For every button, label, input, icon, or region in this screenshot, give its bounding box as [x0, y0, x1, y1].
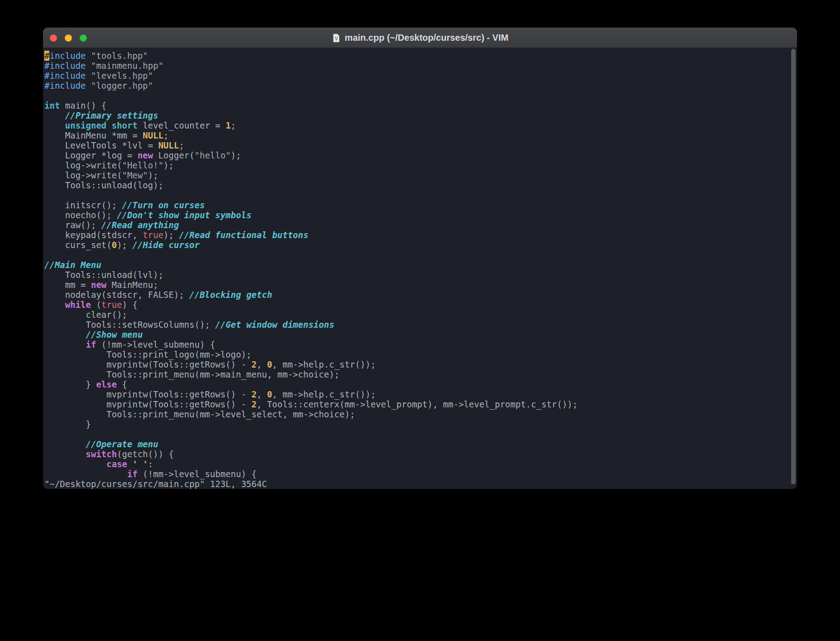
- code-token: #include: [44, 71, 86, 81]
- code-line[interactable]: //Primary settings: [44, 110, 797, 120]
- minimize-button[interactable]: [65, 34, 72, 42]
- vim-document-icon: V: [332, 33, 341, 43]
- close-button[interactable]: [50, 34, 57, 42]
- code-line[interactable]: unsigned short level_counter = 1;: [44, 120, 797, 130]
- code-token: "Hello!": [122, 160, 164, 170]
- code-line[interactable]: [44, 190, 797, 200]
- code-token: Tools::print_menu(mm->main_menu, mm->cho…: [44, 369, 339, 379]
- code-line[interactable]: log->write("Hello!");: [44, 160, 797, 170]
- code-token: //Operate menu: [86, 439, 158, 449]
- code-token: ,: [257, 359, 267, 369]
- code-line[interactable]: mvprintw(Tools::getRows() - 2, 0, mm->he…: [44, 359, 797, 369]
- code-token: case: [106, 459, 127, 469]
- code-token: , mm->help.c_str());: [272, 389, 376, 399]
- code-line[interactable]: Tools::unload(lvl);: [44, 270, 797, 280]
- code-token: level_counter =: [138, 120, 225, 130]
- vim-editor[interactable]: #include "tools.hpp"#include "mainmenu.h…: [43, 48, 797, 489]
- code-line[interactable]: MainMenu *mm = NULL;: [44, 130, 797, 140]
- code-line[interactable]: #include "mainmenu.hpp": [44, 61, 797, 71]
- code-line[interactable]: //Main Menu: [44, 260, 797, 270]
- code-line[interactable]: log->write("Mew");: [44, 170, 797, 180]
- code-line[interactable]: while (true) {: [44, 300, 797, 310]
- code-line[interactable]: Tools::unload(log);: [44, 180, 797, 190]
- code-token: 2: [252, 389, 257, 399]
- code-token: //Turn on curses: [122, 200, 205, 210]
- code-token: //Primary settings: [65, 110, 158, 120]
- code-line[interactable]: mm = new MainMenu;: [44, 280, 797, 290]
- code-token: while: [65, 300, 91, 310]
- code-line[interactable]: keypad(stdscr, true); //Read functional …: [44, 230, 797, 240]
- code-token: (getch()) {: [117, 449, 174, 459]
- code-token: NULL: [143, 130, 163, 140]
- code-line[interactable]: }: [44, 419, 797, 429]
- code-token: );: [148, 170, 158, 180]
- code-token: unsigned: [65, 120, 107, 130]
- desktop: { "window": { "title": "main.cpp (~/Desk…: [0, 0, 840, 641]
- scrollbar-thumb[interactable]: [791, 49, 796, 484]
- code-line[interactable]: clear();: [44, 310, 797, 320]
- code-line[interactable]: Tools::setRowsColumns(); //Get window di…: [44, 320, 797, 330]
- code-line[interactable]: case ' ':: [44, 459, 797, 469]
- code-token: mvprintw(Tools::getRows() -: [44, 389, 252, 399]
- code-token: }: [44, 379, 96, 389]
- svg-text:V: V: [334, 36, 338, 41]
- code-token: log->write(: [44, 170, 122, 180]
- vim-status-line: "~/Desktop/curses/src/main.cpp" 123L, 35…: [44, 479, 797, 489]
- code-line[interactable]: curs_set(0); //Hide cursor: [44, 240, 797, 250]
- code-token: noecho();: [44, 210, 117, 220]
- code-token: [44, 330, 86, 340]
- code-line[interactable]: mvprintw(Tools::getRows() - 2, 0, mm->he…: [44, 389, 797, 399]
- code-token: else: [96, 379, 117, 389]
- code-line[interactable]: mvprintw(Tools::getRows() - 2, Tools::ce…: [44, 399, 797, 409]
- code-line[interactable]: if (!mm->level_submenu) {: [44, 340, 797, 349]
- code-token: "tools.hpp": [91, 51, 148, 61]
- code-area[interactable]: #include "tools.hpp"#include "mainmenu.h…: [44, 51, 797, 479]
- code-token: Tools::print_logo(mm->logo);: [44, 349, 252, 359]
- code-line[interactable]: noecho(); //Don't show input symbols: [44, 210, 797, 220]
- code-line[interactable]: Tools::print_menu(mm->main_menu, mm->cho…: [44, 369, 797, 379]
- title-bar[interactable]: V main.cpp (~/Desktop/curses/src) - VIM: [43, 28, 797, 48]
- code-line[interactable]: #include "logger.hpp": [44, 81, 797, 91]
- code-line[interactable]: Tools::print_menu(mm->level_select, mm->…: [44, 409, 797, 419]
- code-line[interactable]: int main() {: [44, 100, 797, 110]
- code-token: curs_set(: [44, 240, 112, 250]
- code-line[interactable]: switch(getch()) {: [44, 449, 797, 459]
- code-token: #include: [44, 81, 86, 91]
- code-token: //Main Menu: [44, 260, 101, 270]
- code-line[interactable]: nodelay(stdscr, FALSE); //Blocking getch: [44, 290, 797, 300]
- code-line[interactable]: #include "levels.hpp": [44, 71, 797, 81]
- code-token: //Read anything: [101, 220, 179, 230]
- code-line[interactable]: [44, 429, 797, 439]
- code-token: ,: [257, 389, 267, 399]
- code-line[interactable]: } else {: [44, 379, 797, 389]
- code-token: "levels.hpp": [91, 71, 153, 81]
- code-line[interactable]: if (!mm->level_submenu) {: [44, 469, 797, 479]
- code-token: mm =: [44, 280, 91, 290]
- code-token: if: [127, 469, 138, 479]
- code-token: );: [163, 230, 179, 240]
- code-token: int: [44, 100, 60, 110]
- code-token: MainMenu *mm =: [44, 130, 143, 140]
- code-line[interactable]: initscr(); //Turn on curses: [44, 200, 797, 210]
- code-line[interactable]: raw(); //Read anything: [44, 220, 797, 230]
- code-token: "hello": [195, 150, 231, 160]
- code-token: (!mm->level_submenu) {: [138, 469, 257, 479]
- code-token: initscr();: [44, 200, 122, 210]
- code-line[interactable]: [44, 91, 797, 100]
- code-token: //Get window dimensions: [215, 320, 334, 330]
- traffic-lights: [50, 28, 87, 48]
- scrollbar[interactable]: [791, 49, 796, 484]
- code-line[interactable]: Logger *log = new Logger("hello");: [44, 150, 797, 160]
- code-line[interactable]: //Operate menu: [44, 439, 797, 449]
- code-token: keypad(stdscr,: [44, 230, 143, 240]
- code-line[interactable]: //Show menu: [44, 330, 797, 340]
- code-line[interactable]: #include "tools.hpp": [44, 51, 797, 61]
- code-token: new: [138, 150, 153, 160]
- code-line[interactable]: Tools::print_logo(mm->logo);: [44, 349, 797, 359]
- window-title-group: V main.cpp (~/Desktop/curses/src) - VIM: [332, 28, 509, 48]
- code-token: );: [231, 150, 241, 160]
- code-token: Logger(: [153, 150, 195, 160]
- code-line[interactable]: [44, 250, 797, 260]
- code-line[interactable]: LevelTools *lvl = NULL;: [44, 140, 797, 150]
- zoom-button[interactable]: [80, 34, 87, 42]
